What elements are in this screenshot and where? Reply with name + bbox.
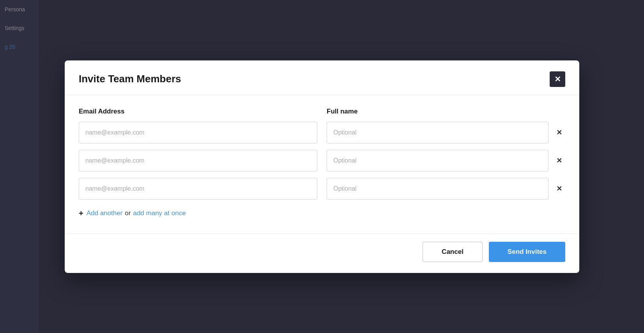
remove-row-1-button[interactable]: ✕: [553, 128, 565, 138]
name-input-2[interactable]: [327, 150, 548, 172]
or-text: or: [125, 209, 131, 217]
send-invites-button[interactable]: Send Invites: [489, 242, 565, 262]
cancel-button[interactable]: Cancel: [423, 242, 483, 262]
modal-close-button[interactable]: ✕: [550, 71, 565, 87]
add-icon: +: [79, 209, 83, 218]
email-input-3[interactable]: [79, 178, 317, 200]
modal-backdrop: Invite Team Members ✕ Email Address Full…: [0, 0, 644, 333]
invite-row-3-right: ✕: [327, 178, 565, 200]
invite-row-2-right: ✕: [327, 150, 565, 172]
email-input-1[interactable]: [79, 122, 317, 143]
remove-row-2-button[interactable]: ✕: [553, 156, 565, 166]
invite-modal: Invite Team Members ✕ Email Address Full…: [65, 60, 579, 273]
name-column-label: Full name: [327, 108, 565, 115]
modal-body: Email Address Full name ✕ ✕: [65, 95, 579, 234]
add-another-row: + Add another or add many at once: [79, 209, 565, 218]
columns-header: Email Address Full name: [79, 108, 565, 115]
name-input-3[interactable]: [327, 178, 548, 200]
add-another-link[interactable]: Add another: [87, 209, 123, 217]
invite-row-3: ✕: [79, 178, 565, 200]
name-input-1[interactable]: [327, 122, 548, 143]
modal-footer: Cancel Send Invites: [65, 234, 579, 273]
invite-row-1-right: ✕: [327, 122, 565, 143]
remove-row-3-button[interactable]: ✕: [553, 184, 565, 194]
add-many-link[interactable]: add many at once: [133, 209, 186, 217]
email-input-2[interactable]: [79, 150, 317, 172]
modal-title: Invite Team Members: [79, 73, 181, 85]
modal-header: Invite Team Members ✕: [65, 60, 579, 95]
email-column-label: Email Address: [79, 108, 317, 115]
invite-row-2: ✕: [79, 150, 565, 172]
invite-row-1: ✕: [79, 122, 565, 143]
